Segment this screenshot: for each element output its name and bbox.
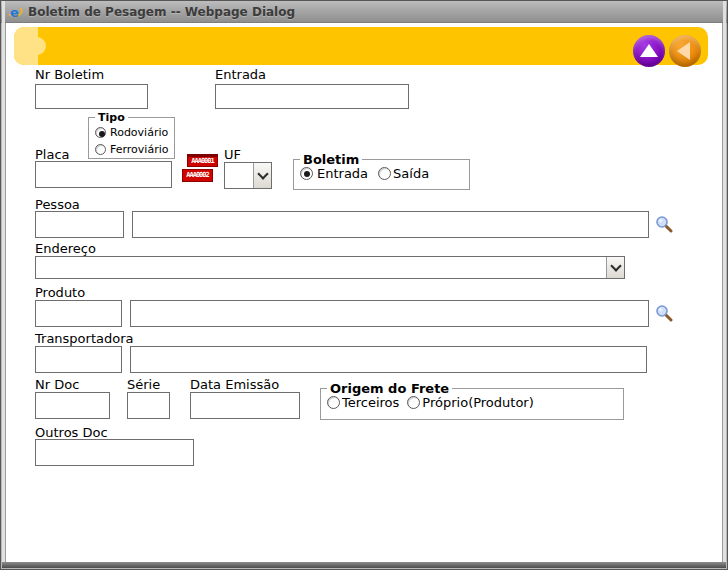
entrada-input[interactable]: [215, 84, 409, 109]
dialog-content: Nr Boletim Entrada Tipo Rodoviário Ferro…: [5, 23, 723, 562]
endereco-select[interactable]: [35, 256, 625, 279]
serie-label: Série: [127, 377, 160, 392]
left-arrow-icon: [677, 42, 690, 60]
plate-top: AAA0001: [187, 154, 218, 167]
transportadora-label: Transportadora: [35, 331, 133, 346]
rodoviario-label: Rodoviário: [110, 126, 168, 139]
radio-option-boletim-saida[interactable]: Saída: [378, 166, 429, 181]
boletim-saida-label: Saída: [393, 166, 429, 181]
chevron-down-icon: [610, 260, 621, 271]
placa-label: Placa: [35, 147, 70, 162]
nr-boletim-input[interactable]: [35, 84, 148, 109]
ferroviario-radio[interactable]: [95, 144, 106, 155]
license-plates-icon: AAA0001 AAA0002: [182, 153, 220, 185]
chevron-down-icon: [257, 168, 268, 179]
scroll-up-button[interactable]: [633, 35, 665, 67]
boletim-fieldset: Boletim Entrada Saída: [293, 152, 470, 190]
entrada-label: Entrada: [215, 67, 266, 82]
tipo-legend: Tipo: [95, 111, 128, 124]
placa-input[interactable]: [35, 161, 172, 188]
dialog-window: e Boletim de Pesagem -- Webpage Dialog N…: [0, 0, 728, 570]
endereco-label: Endereço: [35, 241, 96, 256]
uf-label: UF: [224, 147, 241, 162]
produto-label: Produto: [35, 285, 85, 300]
boletim-entrada-radio[interactable]: [300, 167, 313, 180]
tipo-fieldset: Tipo Rodoviário Ferroviário: [88, 111, 175, 159]
pessoa-code-input[interactable]: [35, 211, 124, 238]
nr-doc-input[interactable]: [35, 392, 110, 419]
serie-input[interactable]: [127, 392, 170, 419]
endereco-select-arrow[interactable]: [606, 257, 624, 278]
boletim-entrada-label: Entrada: [317, 166, 368, 181]
rodoviario-radio[interactable]: [95, 127, 106, 138]
outros-doc-input[interactable]: [35, 439, 194, 466]
produto-code-input[interactable]: [35, 300, 122, 327]
pessoa-label: Pessoa: [35, 197, 80, 212]
nr-boletim-label: Nr Boletim: [35, 67, 104, 82]
boletim-legend: Boletim: [300, 152, 362, 167]
svg-text:e: e: [10, 4, 19, 19]
nr-doc-label: Nr Doc: [35, 377, 79, 392]
window-frame-right: [723, 1, 726, 568]
back-button[interactable]: [669, 35, 701, 67]
boletim-saida-radio[interactable]: [378, 167, 391, 180]
outros-doc-label: Outros Doc: [35, 425, 108, 440]
radio-option-terceiros[interactable]: Terceiros: [327, 395, 399, 410]
up-arrow-icon: [640, 44, 658, 57]
pessoa-search-icon[interactable]: [655, 215, 673, 233]
ferroviario-label: Ferroviário: [110, 143, 168, 156]
transportadora-code-input[interactable]: [35, 346, 122, 373]
data-emissao-label: Data Emissão: [190, 377, 279, 392]
transportadora-name-input[interactable]: [130, 346, 647, 373]
window-titlebar[interactable]: e Boletim de Pesagem -- Webpage Dialog: [1, 1, 727, 23]
terceiros-label: Terceiros: [342, 395, 399, 410]
data-emissao-input[interactable]: [190, 392, 300, 419]
radio-option-boletim-entrada[interactable]: Entrada: [300, 166, 368, 181]
toolbar: [14, 27, 708, 65]
produto-search-icon[interactable]: [655, 304, 673, 322]
origem-frete-fieldset: Origem do Frete Terceiros Próprio(Produt…: [320, 381, 624, 420]
terceiros-radio[interactable]: [327, 396, 340, 409]
proprio-radio[interactable]: [407, 396, 420, 409]
radio-option-proprio[interactable]: Próprio(Produtor): [407, 395, 533, 410]
radio-option-rodoviario[interactable]: Rodoviário: [95, 126, 168, 139]
toolbar-decoration: [14, 27, 38, 65]
window-frame-bottom: [2, 562, 726, 568]
origem-frete-legend: Origem do Frete: [327, 381, 452, 396]
window-title: Boletim de Pesagem -- Webpage Dialog: [28, 5, 295, 19]
radio-option-ferroviario[interactable]: Ferroviário: [95, 143, 168, 156]
internet-explorer-icon: e: [7, 4, 23, 20]
uf-select[interactable]: [224, 162, 272, 189]
proprio-label: Próprio(Produtor): [422, 395, 533, 410]
uf-select-arrow[interactable]: [253, 163, 271, 188]
pessoa-name-input[interactable]: [132, 211, 649, 238]
plate-bottom: AAA0002: [182, 169, 213, 182]
produto-name-input[interactable]: [130, 300, 649, 327]
